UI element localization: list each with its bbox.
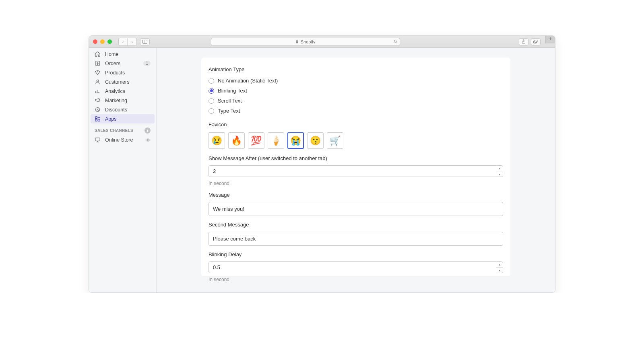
chrome-right-buttons [519, 38, 541, 45]
message-input[interactable] [208, 202, 503, 216]
show-after-wrap: ▲ ▼ [208, 165, 503, 177]
sidebar-item-online-store[interactable]: Online Store [89, 135, 156, 144]
url-text: Shopify [301, 39, 316, 44]
favicon-option-sob[interactable]: 😭 [287, 132, 304, 149]
blinking-delay-stepper: ▲ ▼ [496, 261, 503, 273]
sidebar-item-label: Orders [105, 61, 120, 66]
second-message-input[interactable] [208, 232, 503, 246]
sidebar-item-analytics[interactable]: Analytics [89, 86, 156, 96]
new-tab-button[interactable]: + [545, 35, 555, 43]
radio-no-animation[interactable]: No Animation (Static Text) [208, 76, 503, 85]
sidebar-item-apps[interactable]: Apps [91, 114, 155, 123]
tabs-icon[interactable] [531, 38, 541, 45]
sidebar-item-home[interactable]: Home [89, 49, 156, 59]
blinking-delay-label: Blinking Delay [208, 251, 503, 257]
svg-rect-4 [534, 41, 537, 43]
blinking-delay-input[interactable] [208, 261, 503, 273]
radio-label: Blinking Text [218, 88, 247, 94]
browser-chrome: ‹ › Shopify ↻ + [89, 36, 555, 48]
share-icon[interactable] [519, 38, 528, 45]
orders-icon [95, 60, 101, 66]
apps-icon [95, 116, 101, 122]
orders-badge: 1 [143, 61, 151, 66]
stepper-up-icon[interactable]: ▲ [496, 261, 503, 267]
stepper-down-icon[interactable]: ▼ [496, 267, 503, 273]
svg-point-7 [97, 71, 98, 72]
traffic-lights [93, 39, 112, 44]
radio-label: Type Text [218, 108, 240, 114]
add-channel-button[interactable]: + [144, 128, 151, 134]
app-shell: Home Orders 1 Products Customers Analyti… [89, 48, 555, 292]
sidebar-item-label: Apps [105, 116, 117, 122]
customers-icon [95, 79, 101, 85]
svg-point-16 [147, 139, 149, 140]
sidebar-item-customers[interactable]: Customers [89, 77, 156, 86]
svg-point-10 [97, 109, 97, 109]
show-after-input[interactable] [208, 165, 503, 177]
sales-channels-heading: SALES CHANNELS + [89, 123, 156, 135]
second-message-label: Second Message [208, 222, 503, 228]
favicon-option-100[interactable]: 💯 [248, 132, 264, 149]
sidebar-item-discounts[interactable]: Discounts [89, 105, 156, 114]
svg-rect-13 [98, 119, 100, 121]
favicon-option-icecream[interactable]: 🍦 [268, 132, 284, 149]
sidebar-item-marketing[interactable]: Marketing [89, 96, 156, 105]
blinking-delay-help: In second [208, 277, 503, 282]
maximize-window-icon[interactable] [107, 39, 112, 44]
show-after-label: Show Message After (user switched to ano… [208, 155, 503, 161]
radio-icon [208, 108, 214, 114]
main-content: Animation Type No Animation (Static Text… [157, 48, 555, 292]
favicon-picker: 😢 🔥 💯 🍦 😭 😗 🛒 [208, 132, 503, 149]
minimize-window-icon[interactable] [100, 39, 105, 44]
products-icon [95, 70, 101, 76]
radio-scroll-text[interactable]: Scroll Text [208, 97, 503, 105]
favicon-option-cry[interactable]: 😢 [208, 132, 225, 149]
favicon-option-cart[interactable]: 🛒 [327, 132, 343, 149]
sidebar-item-label: Analytics [105, 88, 125, 94]
radio-icon [208, 78, 214, 84]
discounts-icon [95, 107, 101, 113]
radio-icon [208, 88, 214, 94]
svg-rect-12 [95, 117, 97, 119]
sidebar-item-label: Products [105, 70, 125, 76]
online-store-icon [95, 137, 101, 143]
show-after-stepper: ▲ ▼ [496, 165, 503, 177]
sidebar-toggle-icon[interactable] [140, 38, 150, 45]
forward-button[interactable]: › [128, 38, 136, 45]
settings-card: Animation Type No Animation (Static Text… [201, 58, 510, 276]
second-message-wrap [208, 232, 503, 246]
radio-label: No Animation (Static Text) [218, 78, 278, 84]
animation-type-label: Animation Type [208, 66, 503, 72]
marketing-icon [95, 97, 101, 103]
sidebar-item-label: Online Store [105, 137, 133, 143]
radio-label: Scroll Text [218, 98, 242, 104]
browser-window: ‹ › Shopify ↻ + Home [89, 35, 555, 293]
radio-type-text[interactable]: Type Text [208, 107, 503, 115]
lock-icon [295, 40, 299, 43]
sidebar-item-products[interactable]: Products [89, 68, 156, 77]
message-wrap [208, 202, 503, 216]
back-button[interactable]: ‹ [119, 38, 128, 45]
svg-rect-2 [296, 41, 298, 43]
view-store-icon[interactable] [145, 138, 151, 142]
blinking-delay-wrap: ▲ ▼ [208, 261, 503, 273]
radio-blinking-text[interactable]: Blinking Text [208, 86, 503, 95]
stepper-down-icon[interactable]: ▼ [496, 171, 503, 177]
svg-rect-15 [95, 138, 100, 141]
sidebar-item-orders[interactable]: Orders 1 [89, 59, 156, 68]
stepper-up-icon[interactable]: ▲ [496, 165, 503, 171]
close-window-icon[interactable] [93, 39, 97, 44]
favicon-option-kiss[interactable]: 😗 [307, 132, 324, 149]
reload-icon[interactable]: ↻ [394, 39, 397, 44]
favicon-label: Favicon [208, 121, 503, 128]
svg-point-11 [98, 110, 99, 111]
sidebar-item-label: Discounts [105, 107, 127, 113]
section-label: SALES CHANNELS [95, 128, 133, 133]
svg-rect-0 [143, 40, 147, 43]
svg-point-8 [97, 80, 99, 82]
favicon-option-fire[interactable]: 🔥 [228, 132, 245, 149]
svg-rect-5 [535, 40, 537, 42]
url-bar[interactable]: Shopify ↻ [211, 38, 400, 46]
home-icon [95, 51, 101, 57]
sidebar-item-label: Home [105, 51, 118, 57]
